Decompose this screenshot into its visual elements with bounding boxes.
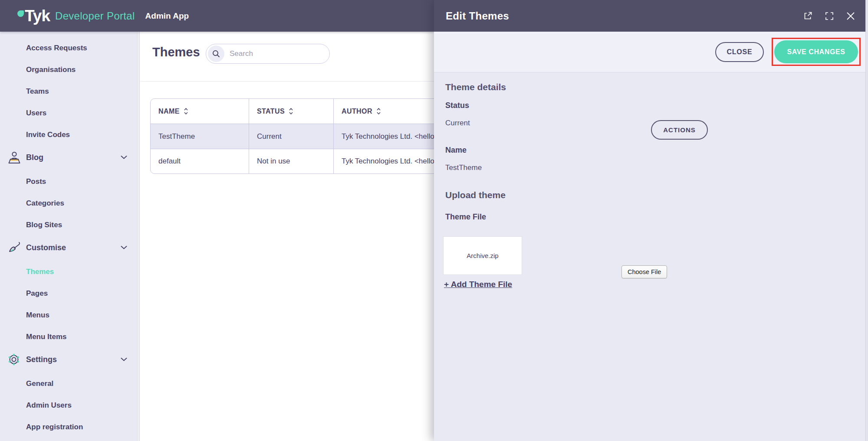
sidebar-item-admin-users[interactable]: Admin Users [0,395,139,416]
sidebar-item-pages[interactable]: Pages [0,283,139,304]
open-in-new-icon[interactable] [803,11,812,20]
tyk-leaf-icon [17,10,24,17]
save-annotation-box: SAVE CHANGES [772,38,861,66]
theme-file-name: Archive.zip [467,252,498,259]
sidebar-item-teams[interactable]: Teams [0,81,139,102]
tyk-logo: Tyk Developer Portal Admin App [17,8,189,24]
chevron-down-icon [121,246,127,250]
edit-themes-drawer: Edit Themes CLOSE SAVE CHANG [434,0,868,441]
sidebar-item-posts[interactable]: Posts [0,171,139,193]
drawer-title: Edit Themes [446,10,509,22]
name-label: Name [445,146,467,155]
drawer-body: Theme details Status Current ACTIONS Nam… [434,72,868,441]
logo-text: Tyk [25,8,50,24]
add-theme-file-link[interactable]: + Add Theme File [444,280,512,289]
search-icon [212,50,220,58]
sidebar-item-blog[interactable]: Blog [0,147,139,168]
theme-details-heading: Theme details [445,82,506,92]
sort-icon [376,108,381,115]
theme-file-label: Theme File [445,212,486,222]
drawer-action-bar: CLOSE SAVE CHANGES [434,32,868,72]
sort-icon [184,108,188,115]
table-row-testtheme[interactable]: TestTheme Current Tyk Technologies Ltd. … [151,124,454,149]
logo-subtitle: Developer Portal [55,10,135,22]
status-label: Status [445,101,469,110]
sidebar-item-menus[interactable]: Menus [0,304,139,326]
paintbrush-icon [7,241,21,255]
drawer-scrollbar[interactable] [865,0,868,441]
themes-table: NAME STATUS AUTHOR TestTheme Current [150,98,454,174]
header-divider [140,81,434,82]
sort-icon [289,108,293,115]
sidebar-item-categories[interactable]: Categories [0,193,139,214]
actions-button[interactable]: ACTIONS [651,120,708,140]
sidebar-item-access-requests[interactable]: Access Requests [0,37,139,59]
table-row-default[interactable]: default Not in use Tyk Technologies Ltd.… [151,149,454,173]
theme-file-box: Archive.zip [443,236,522,275]
chevron-down-icon [121,156,127,160]
choose-file-button[interactable]: Choose File [621,265,667,278]
table-header-row: NAME STATUS AUTHOR [151,99,454,124]
chevron-down-icon [121,358,127,362]
upload-theme-heading: Upload theme [445,190,506,200]
app-label: Admin App [145,11,189,21]
status-value: Current [445,119,470,127]
drawer-header: Edit Themes [434,0,868,32]
column-header-status[interactable]: STATUS [249,99,334,124]
close-button[interactable]: CLOSE [715,42,764,62]
sidebar-scrollbar[interactable] [137,32,139,441]
sidebar: Access Requests Organisations Teams User… [0,32,140,441]
name-value: TestTheme [445,163,482,172]
close-icon[interactable] [846,12,855,20]
sidebar-item-blog-sites[interactable]: Blog Sites [0,214,139,236]
sidebar-item-general[interactable]: General [0,373,139,395]
sidebar-item-invite-codes[interactable]: Invite Codes [0,124,139,146]
search-box[interactable] [206,44,330,64]
cell-status: Not in use [249,149,334,173]
column-header-name[interactable]: NAME [151,99,249,124]
fullscreen-icon[interactable] [825,12,834,20]
page-title: Themes [152,45,200,59]
top-navbar: Tyk Developer Portal Admin App [0,0,434,32]
gear-icon [7,353,21,366]
sidebar-item-customise[interactable]: Customise [0,237,139,258]
sidebar-item-themes[interactable]: Themes [0,261,139,283]
blog-icon [7,151,22,164]
cell-status: Current [249,124,334,149]
save-changes-button[interactable]: SAVE CHANGES [774,40,858,63]
sidebar-item-organisations[interactable]: Organisations [0,59,139,81]
sidebar-item-app-registration[interactable]: App registration [0,416,139,438]
search-input[interactable] [230,49,316,58]
cell-name: default [151,149,249,173]
cell-name: TestTheme [151,124,249,149]
sidebar-item-settings[interactable]: Settings [0,349,139,370]
sidebar-item-users[interactable]: Users [0,102,139,124]
sidebar-item-menu-items[interactable]: Menu Items [0,326,139,348]
